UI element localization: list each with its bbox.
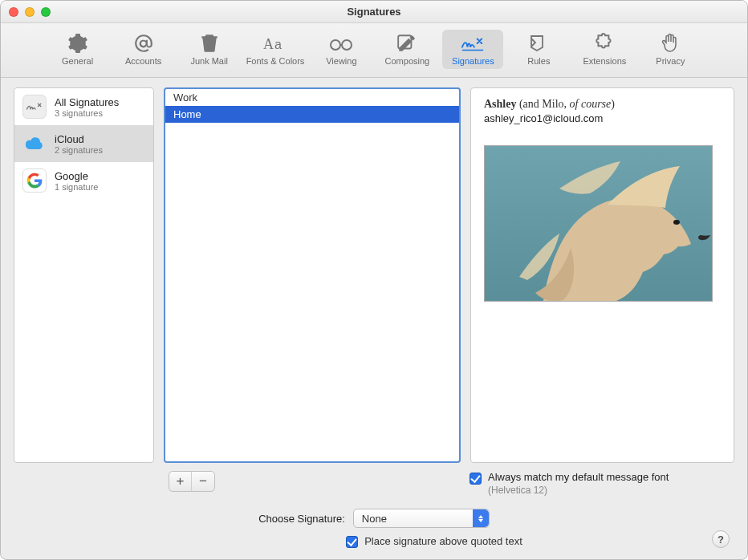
tab-general[interactable]: General — [47, 30, 108, 69]
match-font-row: Always match my default message font (He… — [470, 471, 734, 496]
titlebar: Signatures — [1, 1, 747, 23]
add-remove-group: + − — [169, 471, 215, 492]
tab-signatures[interactable]: Signatures — [442, 30, 503, 69]
columns: All Signatures 3 signatures iCloud 2 sig… — [14, 87, 734, 463]
match-font-value: (Helvetica 12) — [488, 485, 669, 496]
tab-junk-mail[interactable]: Junk Mail — [179, 30, 240, 69]
account-subtitle: 1 signature — [55, 182, 98, 192]
choose-signature-select[interactable]: None — [353, 509, 490, 528]
account-name: Google — [55, 170, 98, 182]
tab-label: Junk Mail — [190, 56, 227, 66]
remove-signature-button[interactable]: − — [192, 472, 214, 491]
fonts-icon: Aa — [263, 33, 287, 54]
tab-rules[interactable]: Rules — [508, 30, 569, 69]
preview-paren-open: (and Milo, — [519, 98, 570, 110]
tab-label: Viewing — [326, 56, 356, 66]
signature-item-home[interactable]: Home — [165, 106, 459, 123]
tab-label: Composing — [385, 56, 430, 66]
tab-privacy[interactable]: Privacy — [640, 30, 701, 69]
tab-label: Fonts & Colors — [246, 56, 305, 66]
signature-icon — [461, 34, 485, 52]
preview-name: Ashley — [484, 98, 516, 110]
preview-email: ashley_rico1@icloud.com — [484, 112, 721, 124]
preview-column: Ashley (and Milo, of course) ashley_rico… — [470, 87, 734, 463]
tab-extensions[interactable]: Extensions — [574, 30, 635, 69]
choose-signature-value: None — [362, 513, 387, 525]
below-columns-row: + − Always match my default message font… — [14, 471, 734, 496]
tab-label: Accounts — [125, 56, 161, 66]
dog-image-icon — [511, 148, 713, 302]
tab-label: Rules — [527, 56, 550, 66]
tab-accounts[interactable]: Accounts — [113, 30, 174, 69]
svg-point-3 — [342, 40, 352, 50]
choose-signature-row: Choose Signature: None — [258, 509, 490, 528]
tab-label: General — [62, 56, 93, 66]
icloud-icon — [22, 132, 47, 156]
preview-image — [484, 145, 713, 302]
place-above-label: Place signature above quoted text — [364, 535, 522, 547]
compose-icon — [396, 33, 417, 54]
svg-point-5 — [673, 220, 680, 225]
svg-text:a: a — [274, 38, 282, 51]
choose-signature-label: Choose Signature: — [258, 513, 345, 525]
google-icon — [22, 168, 47, 193]
all-signatures-icon — [22, 95, 47, 119]
select-arrows-icon — [473, 509, 489, 527]
gear-icon — [67, 33, 88, 54]
hand-icon — [661, 33, 679, 54]
preview-italic: of course — [570, 98, 612, 110]
at-sign-icon — [132, 33, 155, 54]
window-title: Signatures — [1, 6, 747, 18]
accounts-list[interactable]: All Signatures 3 signatures iCloud 2 sig… — [14, 87, 154, 463]
help-button[interactable]: ? — [712, 530, 730, 548]
signatures-list[interactable]: Work Home — [164, 87, 461, 463]
account-icloud[interactable]: iCloud 2 signatures — [14, 125, 153, 162]
rules-icon — [528, 34, 549, 53]
preferences-toolbar: General Accounts Junk Mail Aa Fonts & Co… — [1, 23, 747, 78]
tab-label: Extensions — [583, 56, 626, 66]
place-above-checkbox[interactable] — [346, 536, 358, 548]
account-subtitle: 3 signatures — [55, 108, 119, 118]
tab-label: Signatures — [452, 56, 494, 66]
account-all-signatures[interactable]: All Signatures 3 signatures — [14, 88, 153, 125]
svg-text:A: A — [263, 36, 274, 52]
preview-paren-close: ) — [611, 98, 615, 110]
tab-composing[interactable]: Composing — [376, 30, 437, 69]
signatures-preferences-window: Signatures General Accounts Junk Mail Aa… — [0, 0, 748, 560]
bottom-area: Choose Signature: None Place signature a… — [14, 504, 734, 548]
account-subtitle: 2 signatures — [55, 145, 103, 155]
tab-viewing[interactable]: Viewing — [311, 30, 372, 69]
match-font-label: Always match my default message font — [488, 471, 669, 483]
glasses-icon — [329, 35, 353, 51]
signature-preview[interactable]: Ashley (and Milo, of course) ashley_rico… — [470, 87, 734, 463]
match-font-checkbox[interactable] — [470, 473, 482, 485]
puzzle-icon — [594, 33, 615, 54]
account-name: All Signatures — [55, 96, 119, 108]
tab-fonts-colors[interactable]: Aa Fonts & Colors — [245, 30, 307, 69]
tab-label: Privacy — [656, 56, 685, 66]
signatures-column: Work Home — [164, 87, 461, 463]
signature-item-work[interactable]: Work — [165, 89, 459, 106]
preview-line1: Ashley (and Milo, of course) — [484, 98, 721, 111]
add-signature-button[interactable]: + — [169, 472, 192, 491]
content-area: All Signatures 3 signatures iCloud 2 sig… — [1, 78, 747, 559]
trash-icon — [198, 33, 221, 54]
account-google[interactable]: Google 1 signature — [14, 162, 153, 199]
account-name: iCloud — [55, 133, 103, 145]
place-above-row: Place signature above quoted text — [346, 534, 522, 548]
svg-point-2 — [331, 40, 340, 50]
